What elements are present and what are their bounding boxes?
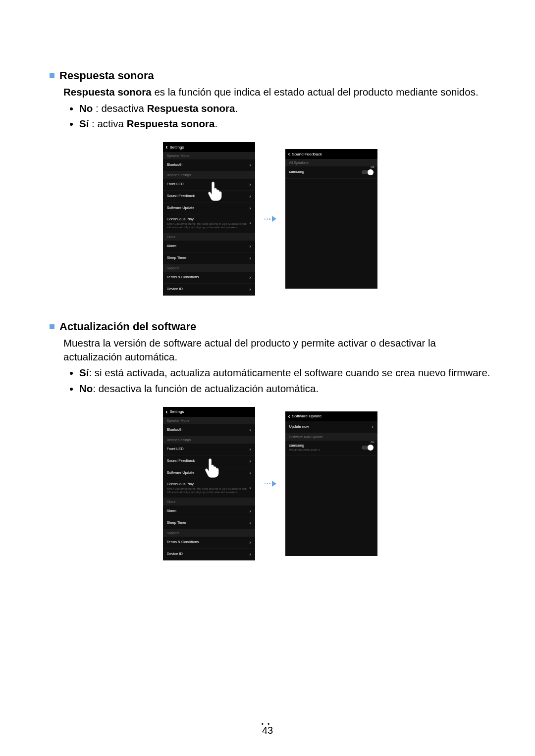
chevron-right-icon: › xyxy=(249,508,251,514)
transition-arrow-icon xyxy=(264,216,276,222)
screenshot-row: ‹ Settings Speaker Mode Bluetooth› Devic… xyxy=(50,407,490,560)
bullet-label: No xyxy=(79,383,93,394)
phone-group-label: Support xyxy=(163,529,255,537)
chevron-right-icon: › xyxy=(249,552,251,557)
row-label: Software Update xyxy=(167,205,195,210)
chevron-right-icon: › xyxy=(249,182,251,187)
chevron-right-icon: › xyxy=(249,244,251,249)
phone-row-sleep-timer: Sleep Timer› xyxy=(163,252,255,264)
phone-group-label: Speaker Mode xyxy=(163,417,255,424)
phone-row-bluetooth: Bluetooth› xyxy=(163,159,255,171)
chevron-right-icon: › xyxy=(249,540,251,545)
row-label: Continuous Play When you arrive home, th… xyxy=(167,217,250,229)
phone-row-sound-feedback: Sound Feedback› xyxy=(163,455,255,467)
row-label: Bluetooth xyxy=(167,427,183,432)
row-label: samsung xyxy=(289,169,304,174)
bullet-list: No : desactiva Respuesta sonora. Sí : ac… xyxy=(79,101,490,131)
phone-row-continuous-play: Continuous Play When you arrive home, th… xyxy=(163,479,255,498)
chevron-right-icon: › xyxy=(249,220,251,226)
row-label: Terms & Conditions xyxy=(167,275,199,279)
row-label: Software Update xyxy=(167,470,195,475)
row-subtitle: When you arrive home, the song playing i… xyxy=(167,487,250,494)
row-label: Bluetooth xyxy=(167,162,183,167)
phone-row-device-id: Device ID› xyxy=(163,549,255,560)
bullet-label: Sí xyxy=(79,118,89,129)
row-label: samsung WAM7500/XWD-3005.X xyxy=(289,443,320,452)
phone-row-sound-feedback: Sound Feedback› xyxy=(163,191,255,202)
section-title: Actualización del software xyxy=(59,320,196,333)
phone-group-label: Speaker Mode xyxy=(163,152,255,159)
row-label: Alarm xyxy=(167,508,177,513)
back-icon: ‹ xyxy=(288,413,290,420)
phone-row-front-led: Front LED› xyxy=(163,179,255,191)
bullet-square-icon xyxy=(50,324,54,329)
phone-row-terms: Terms & Conditions› xyxy=(163,272,255,284)
phone-mock-settings: ‹ Settings Speaker Mode Bluetooth› Devic… xyxy=(163,142,255,296)
bullet-end: . xyxy=(235,102,238,114)
phone-blank-body xyxy=(285,456,377,556)
chevron-right-icon: › xyxy=(249,205,251,211)
phone-group-label: Support xyxy=(163,264,255,272)
phone-title: Settings xyxy=(170,145,184,150)
desc-bold: Respuesta sonora xyxy=(63,86,152,98)
row-label: Alarm xyxy=(167,244,177,248)
row-label: Sound Feedback xyxy=(167,458,195,463)
phone-row-sleep-timer: Sleep Timer› xyxy=(163,517,255,529)
phone-header: ‹ Settings xyxy=(163,407,255,417)
chevron-right-icon: › xyxy=(249,287,251,292)
bullet-item-no: No : desactiva Respuesta sonora. xyxy=(79,101,490,116)
row-title: samsung xyxy=(289,443,304,448)
chevron-right-icon: › xyxy=(249,485,251,491)
screenshot-row: ‹ Settings Speaker Mode Bluetooth› Devic… xyxy=(50,142,490,296)
section-description: Respuesta sonora es la función que indic… xyxy=(63,85,490,99)
phone-row-alarm: Alarm› xyxy=(163,241,255,252)
bullet-text: : si está activada, actualiza automática… xyxy=(89,367,490,378)
bullet-text: : desactiva xyxy=(93,102,147,114)
phone-group-label: Clock xyxy=(163,233,255,241)
chevron-right-icon: › xyxy=(249,520,251,526)
chevron-right-icon: › xyxy=(249,447,251,452)
toggle-on-icon: On xyxy=(362,445,374,451)
phone-mock-settings: ‹ Settings Speaker Mode Bluetooth› Devic… xyxy=(163,407,255,560)
row-label: Device ID xyxy=(167,552,183,556)
phone-mock-software-update: ‹ Software Update Update now› Software A… xyxy=(285,411,377,556)
toggle-on-icon: On xyxy=(362,169,374,175)
bullet-item-si: Sí : activa Respuesta sonora. xyxy=(79,116,490,131)
row-label: Update now xyxy=(289,424,309,429)
phone-row-speaker-toggle: samsung On xyxy=(285,166,377,179)
phone-row-front-led: Front LED› xyxy=(163,444,255,455)
row-label: Sleep Timer xyxy=(167,255,187,260)
phone-group-label: Device Settings xyxy=(163,436,255,444)
phone-row-bluetooth: Bluetooth› xyxy=(163,424,255,436)
bullet-item-si: Sí: si está activada, actualiza automáti… xyxy=(79,365,490,380)
row-label: Continuous Play When you arrive home, th… xyxy=(167,482,250,494)
toggle-on-label: On xyxy=(371,441,374,444)
phone-group-label: Software Auto Update xyxy=(285,433,377,441)
phone-blank-body xyxy=(285,179,377,289)
row-title: Continuous Play xyxy=(167,217,194,221)
chevron-right-icon: › xyxy=(249,162,251,168)
row-title: Continuous Play xyxy=(167,482,194,486)
phone-row-continuous-play: Continuous Play When you arrive home, th… xyxy=(163,214,255,233)
phone-row-software-update: Software Update› xyxy=(163,467,255,479)
section-heading: Actualización del software xyxy=(50,320,490,333)
phone-mock-sound-feedback: ‹ Sound Feedback All Speakers samsung On xyxy=(285,149,377,289)
chevron-right-icon: › xyxy=(249,470,251,476)
chevron-right-icon: › xyxy=(249,427,251,433)
row-subtitle: WAM7500/XWD-3005.X xyxy=(289,449,320,452)
bullet-square-icon xyxy=(50,73,54,78)
row-label: Device ID xyxy=(167,287,183,291)
row-label: Terms & Conditions xyxy=(167,540,199,544)
section-title: Respuesta sonora xyxy=(59,69,154,82)
row-label: Front LED xyxy=(167,447,184,451)
phone-group-label: All Speakers xyxy=(285,159,377,166)
bullet-list: Sí: si está activada, actualiza automáti… xyxy=(79,365,490,396)
phone-header: ‹ Software Update xyxy=(285,411,377,421)
row-label: Front LED xyxy=(167,182,184,186)
chevron-right-icon: › xyxy=(249,194,251,199)
back-icon: ‹ xyxy=(166,144,168,151)
phone-title: Sound Feedback xyxy=(292,152,322,156)
chevron-right-icon: › xyxy=(249,275,251,280)
chevron-right-icon: › xyxy=(372,424,373,430)
bullet-bold: Respuesta sonora xyxy=(127,118,215,129)
